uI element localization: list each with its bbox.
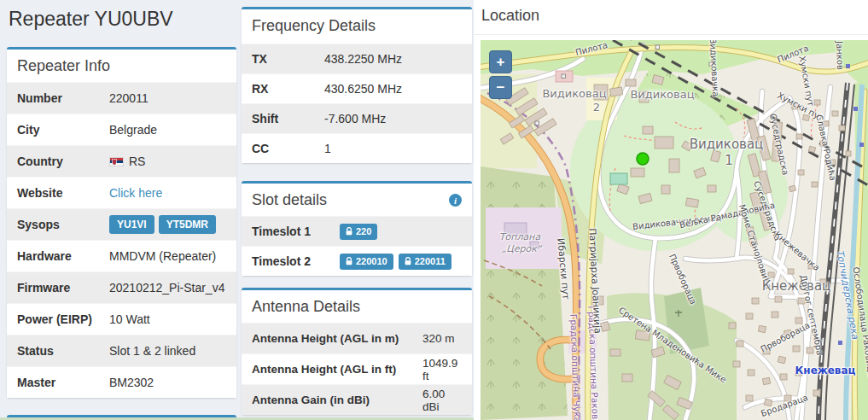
lock-icon [346, 227, 352, 236]
table-row: TX438.2250 MHz [242, 44, 472, 73]
talkgroup-badge[interactable]: 220011 [399, 254, 451, 270]
table-row: Timeslot 1220 [242, 216, 472, 246]
zoom-out-button[interactable]: − [489, 76, 512, 99]
map-label: Видиковац [630, 88, 694, 101]
map-label: Бродараца [760, 393, 809, 418]
row-value: Slot 1 & 2 linked [109, 344, 195, 358]
map-label: 1 [725, 153, 733, 168]
talkgroup-badge[interactable]: 220 [340, 224, 377, 240]
row-label: Antenna Height (AGL in ft) [252, 363, 422, 376]
repeater-info-title: Repeater Info [7, 50, 236, 82]
table-row: WebsiteClick here [7, 177, 236, 208]
location-title: Location [481, 7, 539, 25]
row-value: 430.6250 MHz [324, 82, 402, 96]
map-label: Видиковац [542, 87, 606, 100]
row-label: RX [252, 82, 324, 96]
row-label: Power (EIRP) [17, 312, 109, 326]
table-row: CityBelgrade [7, 114, 236, 145]
row-value: Belgrade [109, 123, 157, 137]
repeater-info-table: Number220011CityBelgradeCountryRSWebsite… [7, 82, 236, 398]
row-value: RS [109, 155, 145, 168]
antenna-details-title: Antenna Details [242, 290, 472, 323]
map-label: Сретена Младеновића Мике [617, 306, 728, 385]
map-label: Јанков [835, 41, 845, 70]
table-row: Power (EIRP)10 Watt [7, 303, 236, 335]
row-label: Antenna Gain (in dBi) [252, 394, 422, 406]
zoom-in-button[interactable]: + [489, 50, 512, 73]
row-value: 10 Watt [109, 312, 150, 326]
row-value: 438.2250 MHz [324, 52, 402, 66]
map-label: Видиковац [690, 137, 764, 152]
lock-icon [346, 257, 352, 265]
row-value: 20210212_Pi-Star_v4 [109, 281, 224, 295]
frequency-details-title: Frequency Details [242, 9, 472, 44]
talkgroup-badge[interactable]: 220010 [340, 254, 393, 270]
map-label: Градска општина Чукарица [568, 314, 583, 420]
slot-details-table: Timeslot 1220Timeslot 2220010220011 [242, 216, 472, 276]
frequency-details-panel: Frequency Details TX438.2250 MHzRX430.62… [242, 7, 472, 163]
table-row: Number220011 [7, 82, 236, 114]
row-label: Sysops [17, 218, 109, 231]
row-value: 220011 [109, 91, 149, 105]
repeater-info-panel: Repeater Info Number220011CityBelgradeCo… [7, 47, 236, 398]
table-row: Antenna Height (AGL in ft)1049.9 ft [242, 353, 472, 384]
slot-details-title-text: Slot details [252, 191, 327, 209]
row-value: 220010220011 [340, 254, 457, 270]
location-divider [474, 34, 868, 35]
table-row: MasterBM2302 [7, 366, 236, 398]
row-label: Master [17, 376, 109, 389]
sysop-badge[interactable]: YT5DMR [159, 215, 216, 234]
row-label: TX [252, 52, 324, 66]
row-label: Status [17, 344, 109, 358]
row-label: Hardware [17, 249, 109, 263]
row-label: CC [252, 142, 324, 155]
row-label: Timeslot 2 [252, 254, 340, 268]
slot-details-panel: Slot details i Timeslot 1220Timeslot 222… [242, 181, 472, 276]
row-value: BM2302 [109, 376, 154, 389]
table-row: RX430.6250 MHz [242, 73, 472, 103]
map-label: Првобораца [667, 253, 698, 306]
talkgroup-id: 220010 [356, 257, 387, 266]
table-row: CC1 [242, 133, 472, 163]
row-label: Country [17, 155, 109, 168]
row-value: 1 [324, 142, 331, 155]
talkgroup-id: 220011 [415, 257, 446, 266]
table-row: Antenna Height (AGL in m)320 m [242, 323, 472, 353]
row-label: City [17, 123, 109, 137]
row-label: Shift [252, 112, 324, 125]
table-row: Firmware20210212_Pi-Star_v4 [7, 271, 236, 303]
row-value: Click here [109, 186, 162, 200]
table-row: Antenna Gain (in dBi)6.00 dBi [242, 384, 472, 415]
map-label: Ибарски пут [555, 237, 571, 300]
map-label: Првобораца [759, 320, 811, 354]
row-value: 320 m [422, 332, 455, 345]
row-label: Firmware [17, 281, 109, 295]
map-label: Кнежевац [795, 365, 856, 376]
frequency-details-table: TX438.2250 MHzRX430.6250 MHzShift-7.600 … [242, 44, 472, 163]
table-row: Timeslot 2220010220011 [242, 246, 472, 276]
map-label: Хумски пут [797, 55, 815, 108]
table-row: Shift-7.600 MHz [242, 103, 472, 133]
website-link[interactable]: Click here [109, 186, 162, 200]
sysop-badge[interactable]: YU1VI [109, 215, 154, 234]
row-value: 1049.9 ft [422, 357, 462, 382]
row-value: -7.600 MHz [324, 112, 386, 125]
map-label: Топлана [499, 231, 540, 242]
info-icon[interactable]: i [449, 194, 462, 207]
page-title: Repeater YU0UBV [9, 8, 173, 31]
rs-flag-icon [109, 157, 124, 166]
talkgroup-id: 220 [356, 227, 371, 236]
map-label: „Церок“ [501, 243, 541, 254]
antenna-details-panel: Antenna Details Antenna Height (AGL in m… [242, 288, 472, 415]
map-canvas[interactable]: ПилотаПилотаВидиковац2ВидиковацВидиковац… [481, 40, 868, 420]
map-label: Славка Родића [814, 114, 837, 182]
row-label: Website [17, 186, 109, 200]
row-label: Timeslot 1 [252, 225, 340, 238]
row-value: YU1VIYT5DMR [109, 215, 220, 234]
row-value: 220 [340, 224, 382, 240]
map-labels-layer: ПилотаПилотаВидиковац2ВидиковацВидиковац… [481, 40, 868, 420]
table-row: SysopsYU1VIYT5DMR [7, 208, 236, 240]
table-row: StatusSlot 1 & 2 linked [7, 335, 236, 366]
row-label: Number [17, 91, 109, 105]
map-label: Кнежевачка [773, 230, 822, 272]
